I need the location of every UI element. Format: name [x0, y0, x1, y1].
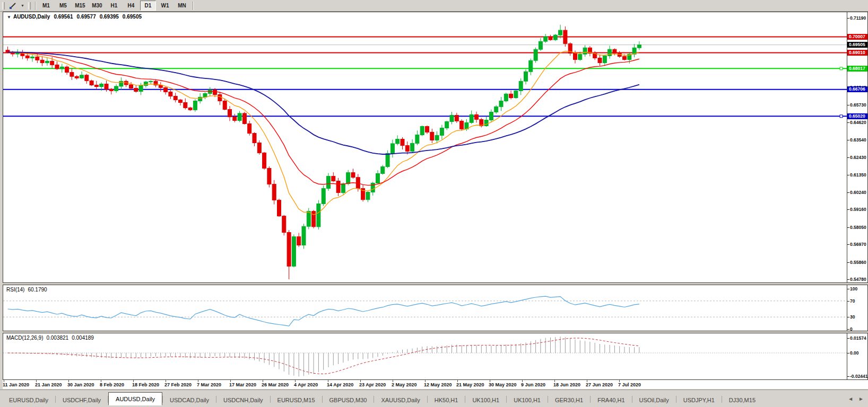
- rsi-plot[interactable]: [3, 285, 847, 331]
- tf-button-M1[interactable]: M1: [38, 1, 54, 11]
- rsi-tick: [847, 317, 849, 317]
- tf-button-D1[interactable]: D1: [140, 1, 156, 11]
- toolbar-grip[interactable]: [2, 2, 5, 10]
- tab-FRA40,H1[interactable]: FRA40,H1: [591, 395, 631, 405]
- ohlc-close: 0.69505: [123, 14, 142, 20]
- candle-up: [100, 84, 103, 86]
- tab-USDCNH,Daily[interactable]: USDCNH,Daily: [216, 395, 270, 405]
- tab-USDCHF,Daily[interactable]: USDCHF,Daily: [56, 395, 108, 405]
- macd-tick-label: -0.02441: [850, 374, 868, 379]
- tf-button-M30[interactable]: M30: [89, 1, 105, 11]
- candle-up: [578, 54, 582, 59]
- candle-down: [184, 103, 187, 108]
- tab-AUDUSD,Daily[interactable]: AUDUSD,Daily: [108, 392, 162, 405]
- tab-XAUUSD,Daily[interactable]: XAUUSD,Daily: [374, 395, 427, 405]
- timeframe-buttons: M1M5M15M30H1H4D1W1MN: [38, 1, 190, 11]
- tf-button-MN[interactable]: MN: [174, 1, 190, 11]
- main-chart-panel: ▼AUDUSD,Daily0.695610.695770.693950.6950…: [3, 12, 868, 283]
- candle-down: [70, 72, 74, 76]
- candle-up: [415, 135, 419, 144]
- hline-price-label: 0.65020: [847, 113, 867, 119]
- tab-USDCAD,Daily[interactable]: USDCAD,Daily: [163, 395, 216, 405]
- candle-down: [332, 176, 335, 181]
- candle-down: [351, 173, 355, 178]
- macd-panel: MACD(12,26,9)0.0038210.004189 0.015740.0…: [3, 333, 868, 380]
- price-scale[interactable]: 0.711900.700800.689700.679200.668400.657…: [847, 12, 867, 282]
- tab-EURUSD,M15[interactable]: EURUSD,M15: [271, 395, 322, 405]
- tf-button-H1[interactable]: H1: [106, 1, 122, 11]
- tab-USOil,Daily[interactable]: USOil,Daily: [632, 395, 676, 405]
- candle-down: [109, 89, 113, 91]
- candle-up: [346, 173, 350, 184]
- candle-up: [322, 189, 325, 204]
- tf-button-H4[interactable]: H4: [123, 1, 139, 11]
- candle-up: [514, 91, 518, 98]
- price-tick: [847, 140, 849, 140]
- candlestick-plot[interactable]: [3, 12, 847, 282]
- collapse-chart-icon[interactable]: ▼: [7, 15, 11, 20]
- candle-up: [603, 56, 606, 63]
- tf-button-M15[interactable]: M15: [72, 1, 88, 11]
- candle-down: [460, 121, 464, 129]
- tf-button-W1[interactable]: W1: [157, 1, 173, 11]
- tf-button-M5[interactable]: M5: [55, 1, 71, 11]
- candle-up: [16, 53, 20, 54]
- time-tick-label: 27 Jun 2020: [586, 382, 613, 387]
- chart-tools-icon[interactable]: [7, 1, 19, 11]
- candle-down: [563, 30, 567, 43]
- tab-scroll-left-icon[interactable]: ◄: [848, 396, 853, 402]
- macd-tick: [847, 376, 849, 377]
- rsi-scale[interactable]: 10070300: [847, 285, 867, 331]
- candle-up: [149, 81, 153, 82]
- candle-up: [31, 57, 34, 58]
- tab-UK100,H1[interactable]: UK100,H1: [507, 395, 548, 405]
- candle-up: [420, 127, 424, 135]
- candle-down: [55, 65, 59, 69]
- line-handle[interactable]: [840, 67, 843, 70]
- candle-down: [297, 237, 301, 245]
- price-tick-label: 0.64620: [850, 120, 866, 125]
- macd-plot[interactable]: [3, 333, 847, 379]
- candle-down: [509, 94, 513, 98]
- candle-up: [327, 176, 331, 189]
- candle-down: [263, 153, 266, 168]
- time-tick-label: 21 May 2020: [456, 382, 484, 387]
- toolbar-separator: [35, 2, 36, 10]
- chart-tools-icon: [9, 2, 17, 10]
- tab-EURUSD,Daily[interactable]: EURUSD,Daily: [2, 395, 55, 405]
- tab-scroll-right-icon[interactable]: ►: [858, 396, 864, 402]
- candle-up: [317, 204, 320, 227]
- tab-GBPUSD,M30[interactable]: GBPUSD,M30: [323, 395, 374, 405]
- macd-title: MACD(12,26,9)0.0038210.004189: [6, 335, 97, 341]
- candle-down: [475, 114, 479, 119]
- candle-up: [390, 144, 394, 154]
- tab-DJ30,M15[interactable]: DJ30,M15: [722, 395, 762, 405]
- tools-dropdown-caret[interactable]: ▼: [19, 1, 26, 11]
- macd-tick: [847, 353, 849, 353]
- line-handle[interactable]: [840, 115, 843, 118]
- tab-UK100,H1[interactable]: UK100,H1: [465, 395, 506, 405]
- candle-up: [494, 107, 498, 112]
- candle-down: [90, 81, 93, 85]
- tab-HK50,H1[interactable]: HK50,H1: [428, 395, 465, 405]
- time-scale[interactable]: 11 Jan 202021 Jan 202030 Jan 20208 Feb 2…: [3, 380, 868, 389]
- candle-down: [65, 67, 69, 72]
- toolbar-grip[interactable]: [28, 2, 31, 10]
- time-tick-label: 27 Feb 2020: [164, 382, 192, 387]
- candle-down: [401, 139, 404, 146]
- candle-up: [489, 112, 493, 120]
- price-tick: [847, 227, 849, 228]
- price-tick-label: 0.71190: [850, 15, 866, 21]
- price-tick-label: 0.62430: [850, 155, 866, 160]
- candle-down: [233, 117, 237, 121]
- tab-GER30,H1[interactable]: GER30,H1: [548, 395, 590, 405]
- candle-down: [169, 92, 172, 96]
- tab-USDJPY,H1[interactable]: USDJPY,H1: [676, 395, 722, 405]
- candle-up: [307, 211, 310, 227]
- candle-down: [173, 96, 177, 100]
- macd-tick-label: 0.01574: [850, 335, 866, 341]
- toolbar-separator: [193, 2, 193, 10]
- candle-down: [312, 211, 316, 227]
- macd-scale[interactable]: 0.015740.00-0.02441: [847, 333, 867, 379]
- rsi-label: RSI(14): [6, 287, 24, 293]
